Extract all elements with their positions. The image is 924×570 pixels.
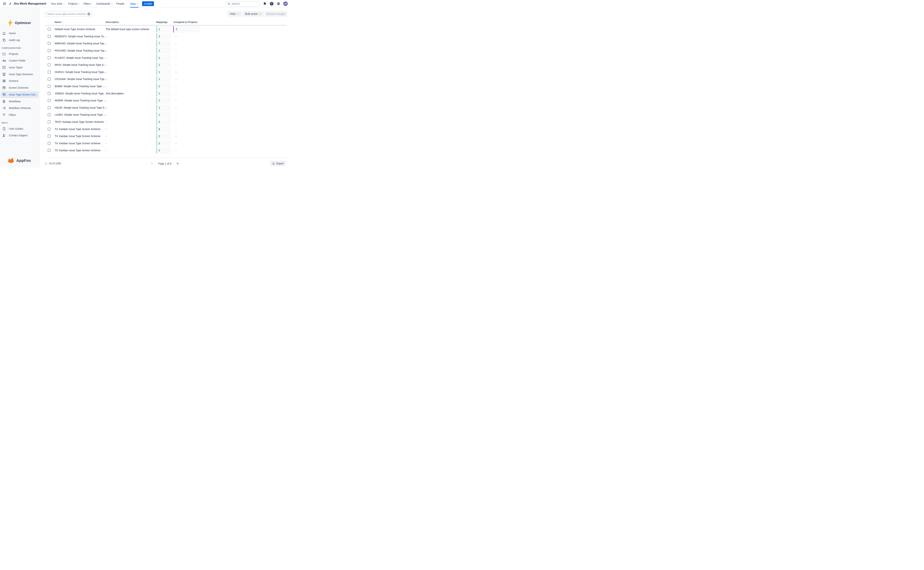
column-header-assigned-to-projects[interactable]: Assigned to Projects — [173, 21, 197, 23]
row-name: T5: Kanban Issue Type Screen Scheme — [55, 149, 100, 152]
sidebar-item-workflows[interactable]: Workflows — [1, 98, 38, 105]
user-avatar[interactable]: JR — [283, 2, 288, 6]
help-icon[interactable]: ? — [270, 2, 273, 6]
table-row[interactable]: CESIJNA: Simple Issue Tracking Issue Typ… — [40, 75, 290, 83]
table-row[interactable]: Default Issue Type Screen Scheme The def… — [40, 26, 290, 33]
support-icon — [2, 133, 6, 137]
settings-gear-icon[interactable] — [277, 2, 280, 6]
row-assigned-projects: - — [176, 78, 177, 81]
view-button[interactable]: View — [227, 11, 241, 17]
nav-menu-apps[interactable]: Apps — [129, 0, 140, 8]
jira-home-link[interactable]: Jira Work Management — [8, 2, 46, 6]
table-row[interactable]: HURVU: Simple Issue Tracking Issue Type.… — [40, 69, 290, 76]
row-checkbox[interactable] — [48, 106, 51, 109]
nav-menu-projects[interactable]: Projects — [66, 0, 82, 8]
table-row[interactable]: LAJBU: Simple Issue Tracking Issue Type … — [40, 111, 290, 118]
row-mappings: 1 — [157, 90, 171, 97]
table-row[interactable]: T5: Kanban Issue Type Screen Scheme - 2 … — [40, 147, 290, 154]
row-assigned-projects: - — [176, 99, 177, 102]
row-assigned-projects: - — [176, 113, 177, 116]
row-checkbox[interactable] — [48, 149, 51, 152]
table-row[interactable]: BABM: Simple Issue Tracking Issue Type .… — [40, 83, 290, 90]
nav-menu-people[interactable]: People — [115, 0, 129, 8]
row-checkbox[interactable] — [48, 85, 51, 88]
row-mappings: 2 — [157, 147, 171, 154]
row-checkbox[interactable] — [48, 128, 51, 130]
sidebar-item-issue-type-screen-sch[interactable]: Issue Type Screen Sch... — [1, 91, 38, 98]
column-header-description[interactable]: Description — [106, 21, 119, 23]
table-row[interactable]: TEST: Kanban Issue Type Screen Scheme - … — [40, 118, 290, 126]
sidebar-item-screen-schemes[interactable]: Screen Schemes — [1, 84, 38, 91]
table-row[interactable]: T3: Kanban Issue Type Screen Scheme - 2 … — [40, 133, 290, 140]
previous-page-icon[interactable] — [150, 162, 154, 165]
row-assigned-projects: - — [176, 56, 177, 59]
sidebar-item-audit-log[interactable]: Audit Log — [1, 37, 38, 44]
global-search-input[interactable] — [232, 2, 258, 5]
row-checkbox[interactable] — [48, 70, 51, 74]
row-name: KUVAST: Simple Issue Tracking Issue Typ.… — [55, 56, 105, 59]
row-checkbox[interactable] — [48, 142, 51, 145]
row-checkbox[interactable] — [48, 99, 51, 102]
row-mappings: 2 — [157, 133, 171, 139]
next-page-icon[interactable] — [176, 162, 179, 165]
sidebar-item-issue-type-schemes[interactable]: Issue Type Schemes — [1, 71, 38, 78]
table-row[interactable]: WORR: Simple Issue Tracking Issue Type .… — [40, 97, 290, 104]
row-checkbox[interactable] — [48, 92, 51, 95]
create-button[interactable]: Create — [142, 1, 154, 6]
sidebar-item-custom-fields[interactable]: Aa Custom Fields — [1, 57, 38, 64]
nav-menu-filters[interactable]: Filters — [82, 0, 95, 8]
notifications-icon[interactable] — [263, 2, 267, 6]
row-name: T2: Kanban Issue Type Screen Scheme — [55, 128, 100, 130]
row-checkbox[interactable] — [48, 113, 51, 116]
row-mappings: 1 — [157, 48, 171, 54]
scheme-search-input[interactable] — [46, 12, 87, 15]
review-changes-button[interactable]: Review changes — [265, 11, 287, 17]
sidebar-item-issue-types[interactable]: Issue Types — [1, 64, 38, 71]
sidebar-item-projects[interactable]: Projects — [1, 51, 38, 57]
app-switcher-icon[interactable] — [2, 2, 6, 6]
top-nav: Jira Work Management Your workProjectsFi… — [0, 0, 290, 8]
row-checkbox[interactable] — [48, 63, 51, 66]
table-row[interactable]: REBDATV: Simple Issue Tracking Issue Ty.… — [40, 33, 290, 40]
global-search[interactable] — [226, 1, 260, 6]
row-checkbox[interactable] — [48, 35, 51, 38]
table-row[interactable]: POVURO: Simple Issue Tracking Issue Typ.… — [40, 47, 290, 54]
row-assigned-projects: - — [176, 85, 177, 88]
table-row[interactable]: HAUR: Simple Issue Tracking Issue Type S… — [40, 104, 290, 111]
row-assigned-projects: 2 — [173, 26, 200, 32]
row-description: - — [106, 128, 107, 130]
row-checkbox[interactable] — [48, 120, 51, 123]
sidebar-item-contact-support[interactable]: Contact Support — [1, 132, 38, 139]
row-checkbox[interactable] — [48, 78, 51, 81]
row-name: LAJBU: Simple Issue Tracking Issue Type … — [55, 113, 106, 116]
table-row[interactable]: MIVD: Simple Issue Tracking Issue Type S… — [40, 61, 290, 69]
sidebar-item-screens[interactable]: Screens — [1, 78, 38, 84]
column-header-name[interactable]: Name — [55, 21, 64, 23]
issue-type-schemes-icon — [2, 72, 6, 76]
row-description: - — [106, 142, 107, 145]
nav-menu-dashboards[interactable]: Dashboards — [95, 0, 115, 8]
table-row[interactable]: KUVAST: Simple Issue Tracking Issue Typ.… — [40, 54, 290, 61]
nav-menu-your-work[interactable]: Your work — [49, 0, 66, 8]
table-row[interactable]: T2: Kanban Issue Type Screen Scheme - 6 … — [40, 126, 290, 133]
table-row[interactable]: T4: Kanban Issue Type Screen Scheme - 2 … — [40, 140, 290, 147]
table-row[interactable]: JOIBZA: Simple Issue Tracking Issue Type… — [40, 90, 290, 97]
export-button[interactable]: Export — [270, 161, 286, 166]
row-checkbox[interactable] — [48, 49, 51, 52]
row-checkbox[interactable] — [48, 28, 51, 31]
row-checkbox[interactable] — [48, 42, 51, 45]
sidebar-item-home[interactable]: Home — [1, 30, 38, 37]
app-title: Jira Work Management — [14, 2, 46, 5]
bulk-action-button[interactable]: Bulk action — [243, 11, 264, 17]
row-assigned-projects: - — [176, 35, 177, 38]
table-row[interactable]: WARJAD: Simple Issue Tracking Issue Typ.… — [40, 40, 290, 47]
sidebar-item-workflow-schemes[interactable]: Workflow Schemes — [1, 105, 38, 112]
clear-search-icon[interactable]: ✕ — [87, 12, 90, 15]
column-header-mappings[interactable]: Mappings — [157, 21, 167, 23]
row-name: WORR: Simple Issue Tracking Issue Type .… — [55, 99, 106, 102]
sidebar-nav: Home Audit Log CONFIGURATION Projects Aa… — [0, 30, 39, 139]
row-checkbox[interactable] — [48, 135, 51, 138]
sidebar-item-filters[interactable]: Filters — [1, 112, 38, 118]
sidebar-item-user-guides[interactable]: User Guides — [1, 125, 38, 132]
row-checkbox[interactable] — [48, 56, 51, 59]
